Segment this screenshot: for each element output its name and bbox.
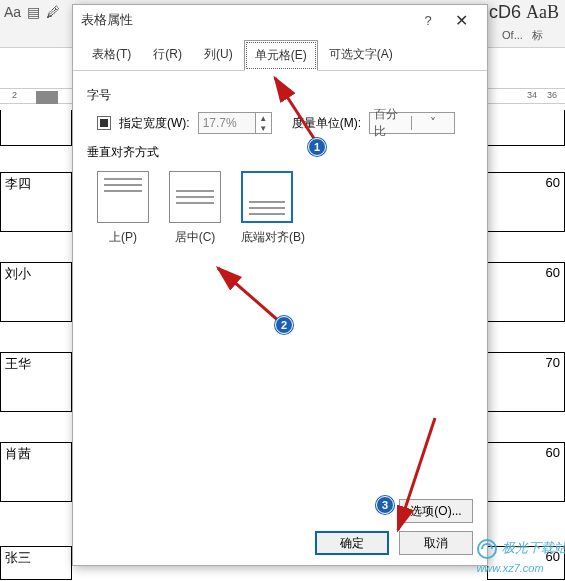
style-suffix: Of...: [502, 29, 523, 41]
table-properties-dialog: 表格属性 ? ✕ 表格(T) 行(R) 列(U) 单元格(E) 可选文字(A) …: [72, 4, 488, 566]
cancel-button[interactable]: 取消: [399, 531, 473, 555]
table-cell-score: 70: [487, 352, 565, 412]
tab-table[interactable]: 表格(T): [81, 39, 142, 70]
tab-label: 表格(T): [92, 47, 131, 61]
tab-label: 行(R): [153, 47, 182, 61]
table-cell-score: 60: [487, 546, 565, 580]
ribbon-icons: Aa ▤ 🖉: [4, 4, 60, 20]
options-button[interactable]: 选项(O)...: [399, 499, 473, 523]
annotation-badge-3: 3: [376, 496, 394, 514]
align-center-option[interactable]: 居中(C): [169, 171, 221, 246]
specify-width-checkbox[interactable]: [97, 116, 111, 130]
cell-text: 60: [546, 175, 560, 190]
table-cell-score: 60: [487, 262, 565, 322]
cell-text: 60: [546, 445, 560, 460]
tab-label: 可选文字(A): [329, 47, 393, 61]
ruler-mark-left: 2: [12, 90, 17, 100]
table-cell-score: 60: [487, 442, 565, 502]
tab-alttext[interactable]: 可选文字(A): [318, 39, 404, 70]
checkbox-mark-icon: [100, 119, 108, 127]
cell-text: 李四: [5, 176, 31, 191]
chevron-down-icon: ˅: [411, 116, 454, 130]
width-row: 指定宽度(W): ▲▼ 度量单位(M): 百分比 ˅: [97, 112, 473, 134]
fill-icon: 🖉: [46, 4, 60, 20]
dialog-buttons: 选项(O)... 确定 取消: [315, 499, 473, 555]
annotation-badge-1: 1: [308, 138, 326, 156]
badge-number: 1: [314, 141, 320, 153]
measure-unit-select[interactable]: 百分比 ˅: [369, 112, 455, 134]
dialog-title: 表格属性: [81, 11, 413, 29]
section-valign-label: 垂直对齐方式: [87, 144, 473, 161]
button-label: 选项(O)...: [410, 503, 461, 520]
close-icon[interactable]: ✕: [443, 8, 479, 32]
align-bottom-label: 底端对齐(B): [241, 230, 305, 244]
table-cell-blank: [487, 110, 565, 146]
dialog-titlebar: 表格属性 ? ✕: [73, 5, 487, 35]
measure-unit-label: 度量单位(M):: [292, 115, 361, 132]
style-prefix: cD6: [489, 2, 521, 22]
table-cell-blank: [0, 110, 72, 146]
indent-icon: ▤: [27, 4, 40, 20]
width-spinner[interactable]: ▲▼: [198, 112, 272, 134]
align-top-label: 上(P): [109, 230, 137, 244]
align-bottom-option[interactable]: 底端对齐(B): [241, 171, 305, 246]
align-center-label: 居中(C): [175, 230, 216, 244]
table-cell-name: 王华: [0, 352, 72, 412]
align-center-icon: [169, 171, 221, 223]
table-cell-name: 肖茜: [0, 442, 72, 502]
align-top-icon: [97, 171, 149, 223]
vertical-align-options: 上(P) 居中(C) 底端对齐(B): [97, 171, 473, 246]
cell-text: 肖茜: [5, 446, 31, 461]
tab-column[interactable]: 列(U): [193, 39, 244, 70]
cell-text: 60: [546, 549, 560, 564]
font-icon: Aa: [4, 4, 21, 20]
tab-cell[interactable]: 单元格(E): [244, 40, 318, 71]
table-cell-score: 60: [487, 172, 565, 232]
button-label: 确定: [340, 535, 364, 552]
help-icon[interactable]: ?: [413, 13, 443, 28]
tab-label: 列(U): [204, 47, 233, 61]
button-label: 取消: [424, 535, 448, 552]
dialog-tabs: 表格(T) 行(R) 列(U) 单元格(E) 可选文字(A): [73, 35, 487, 71]
width-input[interactable]: [199, 113, 255, 133]
spin-up-icon[interactable]: ▲: [255, 113, 271, 123]
cell-text: 张三: [5, 550, 31, 565]
ruler-mark-36: 36: [547, 90, 557, 100]
ok-button[interactable]: 确定: [315, 531, 389, 555]
badge-number: 3: [382, 499, 388, 511]
align-top-option[interactable]: 上(P): [97, 171, 149, 246]
align-bottom-icon: [241, 171, 293, 223]
section-size-label: 字号: [87, 87, 473, 104]
style-preview-2: Of... 标: [502, 28, 543, 43]
measure-unit-value: 百分比: [370, 106, 412, 140]
spinner-buttons[interactable]: ▲▼: [255, 113, 271, 133]
style-caption: 标: [532, 29, 543, 41]
table-cell-name: 李四: [0, 172, 72, 232]
style-aab: AaB: [526, 2, 559, 22]
tab-row[interactable]: 行(R): [142, 39, 193, 70]
style-preview: cD6 AaB: [489, 2, 559, 23]
cell-text: 刘小: [5, 266, 31, 281]
ruler-tab-stop: [36, 91, 58, 104]
cell-text: 王华: [5, 356, 31, 371]
cell-text: 60: [546, 265, 560, 280]
table-cell-name: 张三: [0, 546, 72, 580]
table-cell-name: 刘小: [0, 262, 72, 322]
ruler-mark-34: 34: [527, 90, 537, 100]
badge-number: 2: [281, 319, 287, 331]
tab-label: 单元格(E): [255, 48, 307, 62]
annotation-badge-2: 2: [275, 316, 293, 334]
specify-width-label: 指定宽度(W):: [119, 115, 190, 132]
cell-text: 70: [546, 355, 560, 370]
spin-down-icon[interactable]: ▼: [255, 123, 271, 133]
